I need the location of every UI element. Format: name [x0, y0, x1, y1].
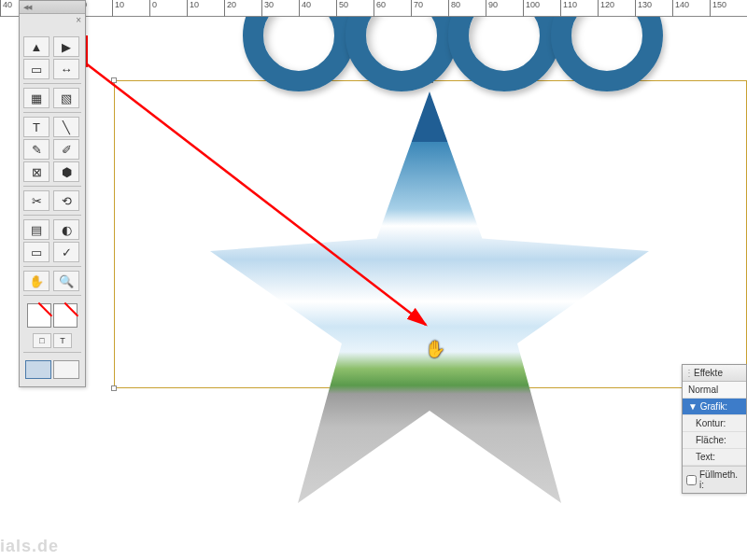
horizontal-ruler: 4030201001020304050607080901001101201301…	[0, 0, 747, 17]
star-clipped-image	[210, 91, 649, 511]
effects-panel[interactable]: Effekte Normal ▼ Grafik: Kontur:Fläche:T…	[682, 364, 747, 494]
gradient-feather-tool[interactable]: ◐	[53, 219, 79, 240]
hand-cursor-icon: ✋	[425, 339, 445, 359]
page-tool[interactable]: ▭	[23, 59, 49, 79]
type-tool[interactable]: T	[23, 117, 49, 137]
note-tool[interactable]: ▭	[23, 242, 49, 262]
pen-tool[interactable]: ✎	[23, 139, 49, 160]
normal-view-mode[interactable]	[25, 360, 51, 379]
fill-method-label: Füllmeth. i:	[699, 469, 742, 490]
effects-sub-row[interactable]: Text:	[683, 449, 746, 466]
ruler-mark: 80	[448, 0, 460, 17]
ruler-mark: 70	[411, 0, 423, 17]
effects-sub-row[interactable]: Fläche:	[683, 432, 746, 449]
panel-header[interactable]	[20, 1, 85, 14]
square-mode[interactable]: □	[33, 333, 51, 348]
star-frame[interactable]	[210, 91, 649, 511]
ruler-mark: 60	[374, 0, 386, 17]
ruler-mark: 120	[598, 0, 614, 17]
fill-swatch[interactable]	[27, 303, 51, 328]
document-canvas[interactable]: ✋	[0, 17, 747, 560]
effects-sub-row[interactable]: Kontur:	[683, 415, 746, 432]
content-collector-tool[interactable]: ▦	[23, 88, 49, 108]
blend-mode-row[interactable]: Normal	[683, 382, 746, 399]
preview-mode[interactable]	[53, 360, 79, 379]
eyedropper-tool[interactable]: ✓	[53, 242, 79, 262]
ruler-mark: 110	[560, 0, 577, 17]
content-placer-tool[interactable]: ▧	[53, 88, 79, 108]
ruler-mark: 130	[635, 0, 652, 17]
ruler-mark: 40	[299, 0, 311, 17]
gradient-swatch-tool[interactable]: ▤	[23, 219, 49, 240]
ruler-mark: 40	[0, 0, 12, 17]
ruler-mark: 140	[672, 0, 689, 17]
rectangle-frame-tool[interactable]: ⊠	[23, 161, 49, 182]
direct-selection-tool[interactable]: ▶	[53, 36, 79, 57]
ruler-mark: 30	[261, 0, 274, 17]
tools-panel[interactable]: × ▲▶▭↔▦▧T╲✎✐⊠⬢✂⟲▤◐▭✓✋🔍□T	[19, 0, 86, 387]
ruler-mark: 90	[486, 0, 498, 17]
ruler-mark: 150	[710, 0, 726, 17]
watermark: ials.de	[0, 537, 59, 556]
ruler-mark: 10	[187, 0, 199, 17]
fill-method-checkbox[interactable]	[686, 475, 697, 485]
fill-method-row[interactable]: Füllmeth. i:	[683, 466, 746, 493]
close-icon[interactable]: ×	[76, 15, 81, 25]
rectangle-tool[interactable]: ⬢	[53, 161, 79, 182]
ruler-mark: 50	[336, 0, 348, 17]
hand-tool[interactable]: ✋	[23, 271, 49, 291]
free-transform-tool[interactable]: ⟲	[53, 190, 79, 211]
stroke-swatch[interactable]	[53, 303, 78, 328]
ruler-mark: 0	[149, 0, 157, 17]
selection-tool[interactable]: ▲	[23, 36, 49, 57]
line-tool[interactable]: ╲	[53, 117, 79, 137]
ruler-mark: 100	[523, 0, 540, 17]
text-mode[interactable]: T	[53, 333, 72, 348]
zoom-tool[interactable]: 🔍	[53, 271, 79, 291]
effects-tab[interactable]: Effekte	[683, 365, 746, 382]
scissors-tool[interactable]: ✂	[23, 190, 49, 211]
ruler-mark: 10	[112, 0, 124, 17]
pencil-tool[interactable]: ✐	[53, 139, 79, 160]
ruler-mark: 20	[224, 0, 236, 17]
grafik-row[interactable]: ▼ Grafik:	[683, 399, 746, 415]
gap-tool[interactable]: ↔	[53, 59, 79, 79]
